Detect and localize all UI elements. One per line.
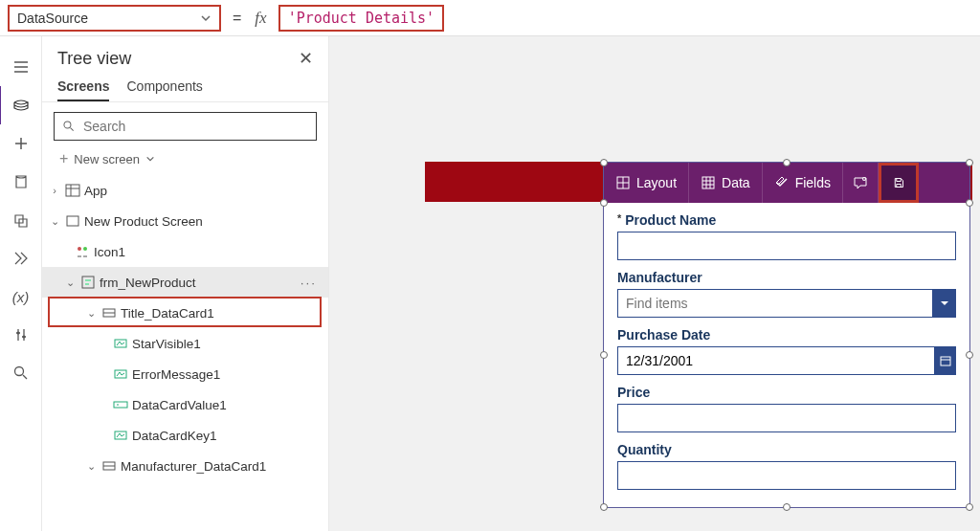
tree-panel: Tree view ✕ Screens Components + New scr… bbox=[42, 36, 329, 531]
chevron-down-icon: ⌄ bbox=[63, 276, 77, 289]
tree-title: Tree view bbox=[57, 49, 131, 69]
tree-node-screen[interactable]: ⌄ New Product Screen bbox=[42, 206, 328, 236]
rail-insert[interactable] bbox=[0, 124, 42, 163]
field-quantity: Quantity bbox=[617, 442, 956, 490]
form-icon bbox=[80, 275, 96, 290]
datacard-icon bbox=[101, 305, 117, 321]
selection-handle[interactable] bbox=[600, 503, 608, 511]
product-name-input[interactable] bbox=[617, 232, 956, 260]
tree-node-icon1[interactable]: Icon1 bbox=[42, 236, 328, 267]
label-icon bbox=[113, 366, 128, 382]
quantity-input[interactable] bbox=[617, 461, 956, 490]
field-product-name: *Product Name bbox=[617, 212, 956, 260]
svg-rect-16 bbox=[702, 177, 714, 188]
chevron-down-icon bbox=[200, 12, 212, 24]
svg-point-7 bbox=[83, 247, 87, 251]
selection-handle[interactable] bbox=[966, 159, 973, 166]
svg-rect-4 bbox=[66, 185, 79, 196]
screen-icon bbox=[65, 213, 80, 229]
rail-tree-view[interactable] bbox=[0, 86, 40, 124]
svg-rect-8 bbox=[82, 277, 94, 288]
selection-handle[interactable] bbox=[966, 351, 973, 359]
selection-handle[interactable] bbox=[966, 199, 973, 207]
tab-components[interactable]: Components bbox=[126, 78, 202, 101]
tree-node-errormessage[interactable]: ErrorMessage1 bbox=[42, 359, 328, 389]
chevron-down-icon: ⌄ bbox=[84, 459, 98, 473]
tree-node-datacardvalue[interactable]: DataCardValue1 bbox=[42, 389, 328, 420]
chevron-right-icon: › bbox=[48, 184, 61, 197]
icon-icon bbox=[75, 244, 90, 259]
tree-node-manufacturer-datacard[interactable]: ⌄ Manufacturer_DataCard1 bbox=[42, 451, 328, 481]
tree-body: › App ⌄ New Product Screen Icon1 ⌄ frm_N… bbox=[42, 175, 328, 531]
property-name: DataSource bbox=[17, 11, 88, 26]
rail-search[interactable] bbox=[0, 354, 42, 392]
product-name-label: *Product Name bbox=[617, 212, 956, 228]
plus-icon: + bbox=[59, 150, 68, 167]
manufacturer-dropdown-button[interactable] bbox=[933, 289, 956, 318]
selection-handle[interactable] bbox=[600, 351, 608, 359]
tree-node-form[interactable]: ⌄ frm_NewProduct ··· bbox=[42, 267, 328, 298]
rail-advanced-tools[interactable] bbox=[0, 316, 42, 354]
tree-node-datacardkey[interactable]: DataCardKey1 bbox=[42, 420, 328, 451]
rail-hamburger[interactable] bbox=[0, 48, 42, 86]
datacard-icon bbox=[101, 458, 117, 474]
tree-node-title-datacard[interactable]: ⌄ Title_DataCard1 bbox=[42, 298, 328, 328]
svg-point-6 bbox=[78, 247, 81, 251]
tree-node-app[interactable]: › App bbox=[42, 175, 328, 206]
canvas[interactable]: Layout Data Fields *P bbox=[329, 36, 980, 531]
selection-handle[interactable] bbox=[600, 199, 608, 207]
toolbar-fields[interactable]: Fields bbox=[763, 163, 843, 203]
tab-screens[interactable]: Screens bbox=[57, 78, 109, 101]
rail-power-automate[interactable] bbox=[0, 239, 42, 277]
fields-icon bbox=[774, 175, 790, 190]
svg-point-1 bbox=[22, 336, 25, 339]
manufacturer-label: Manufacturer bbox=[617, 270, 956, 285]
new-screen-button[interactable]: + New screen bbox=[42, 146, 328, 175]
form-control[interactable]: Layout Data Fields *P bbox=[603, 162, 970, 508]
purchase-date-label: Purchase Date bbox=[617, 327, 956, 343]
search-input[interactable] bbox=[54, 112, 317, 141]
field-price: Price bbox=[617, 385, 956, 432]
svg-point-2 bbox=[14, 367, 23, 376]
chevron-down-icon bbox=[939, 298, 950, 309]
rail-variables[interactable]: (x) bbox=[0, 277, 42, 316]
toolbar-comment[interactable] bbox=[843, 163, 879, 203]
fx-symbol: fx bbox=[253, 9, 270, 28]
data-icon bbox=[701, 175, 716, 190]
rail-media[interactable] bbox=[0, 201, 42, 239]
close-icon[interactable]: ✕ bbox=[299, 48, 313, 69]
selection-handle[interactable] bbox=[966, 503, 973, 511]
formula-value-wrap[interactable]: 'Product Details' bbox=[278, 5, 445, 32]
save-icon bbox=[893, 175, 904, 190]
svg-rect-18 bbox=[941, 357, 950, 365]
more-icon[interactable]: ··· bbox=[301, 276, 317, 290]
left-rail: (x) bbox=[0, 36, 42, 531]
chevron-down-icon bbox=[145, 154, 155, 164]
equals-sign: = bbox=[229, 10, 245, 27]
form-toolbar: Layout Data Fields bbox=[604, 163, 969, 203]
field-purchase-date: Purchase Date bbox=[617, 327, 956, 375]
toolbar-save[interactable] bbox=[879, 163, 919, 203]
toolbar-data[interactable]: Data bbox=[689, 163, 763, 203]
selection-handle[interactable] bbox=[783, 159, 791, 166]
svg-rect-12 bbox=[114, 402, 127, 408]
comment-icon bbox=[853, 175, 868, 190]
property-dropdown[interactable]: DataSource bbox=[8, 5, 221, 32]
form-body: *Product Name Manufacturer Purchase Date bbox=[604, 203, 969, 507]
calendar-icon bbox=[940, 355, 951, 366]
tree-node-starvisible[interactable]: StarVisible1 bbox=[42, 328, 328, 359]
toolbar-layout[interactable]: Layout bbox=[604, 163, 689, 203]
manufacturer-input[interactable] bbox=[617, 289, 933, 318]
search-icon bbox=[62, 120, 76, 133]
label-icon bbox=[113, 336, 128, 351]
price-input[interactable] bbox=[617, 404, 956, 432]
price-label: Price bbox=[617, 385, 956, 400]
rail-data[interactable] bbox=[0, 163, 42, 201]
layout-icon bbox=[615, 175, 631, 190]
search-field[interactable] bbox=[83, 119, 308, 134]
date-picker-button[interactable] bbox=[935, 346, 956, 375]
svg-rect-5 bbox=[67, 216, 78, 226]
selection-handle[interactable] bbox=[600, 159, 608, 166]
selection-handle[interactable] bbox=[783, 503, 791, 511]
purchase-date-input[interactable] bbox=[617, 346, 935, 375]
